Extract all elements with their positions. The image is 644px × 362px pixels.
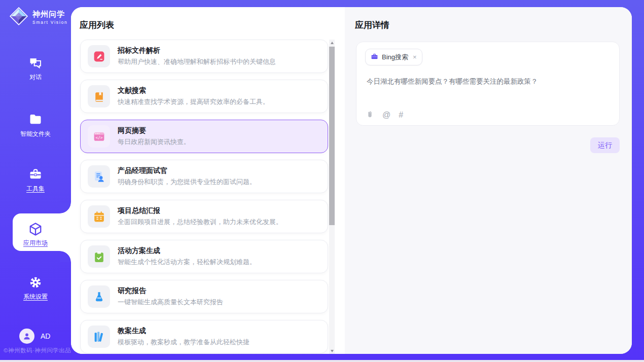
app-card-title: 研究报告: [118, 286, 223, 296]
composer-card: Bing搜索 × 今日湖北有哪些新闻要点？有哪些需要关注的最新政策？ @#: [356, 42, 620, 126]
app-card-desc: 快速精准查找学术资源，提高研究效率的必备工具。: [118, 97, 269, 106]
sidebar-item-smart-folder[interactable]: 智能文件夹: [0, 113, 71, 138]
sidebar-item-chat[interactable]: 对话: [0, 56, 71, 82]
app-card-title: 项目总结汇报: [118, 206, 282, 215]
interviewer-icon: [88, 165, 110, 188]
tool-tag-label: Bing搜索: [382, 53, 408, 62]
gear-icon: [0, 275, 71, 291]
app-card[interactable]: 项目总结汇报全面回顾项目进展，总结经验教训，助力未来优化发展。: [80, 200, 328, 233]
at-icon[interactable]: @: [382, 111, 390, 119]
app-card[interactable]: 产品经理面试官明确身份和职责，为您提供专业性的面试问题。: [80, 160, 328, 193]
app-card-title: 网页摘要: [118, 126, 190, 135]
toolbox-icon: [0, 167, 71, 183]
calendar-icon: [88, 205, 110, 228]
sidebar-item-label: 智能文件夹: [20, 130, 51, 138]
tool-tag[interactable]: Bing搜索 ×: [365, 49, 422, 65]
app-card[interactable]: 研究报告一键智能生成高质量长文本研究报告: [80, 280, 328, 313]
main-content: 应用列表 招标文件解析帮助用户快速、准确地理解和解析招标书中的关键信息文献搜索快…: [71, 7, 632, 354]
user-row[interactable]: AD: [0, 329, 71, 344]
app-detail-panel: 应用详情 Bing搜索 × 今日湖北有哪些新闻要点？有哪些需要关注的最新政策？ …: [345, 7, 632, 354]
app-card-title: 文献搜索: [118, 86, 269, 95]
briefcase-icon: [371, 53, 378, 62]
logo-gem-icon: [9, 7, 28, 28]
app-cards: 招标文件解析帮助用户快速、准确地理解和解析招标书中的关键信息文献搜索快速精准查找…: [80, 40, 328, 354]
app-card[interactable]: 招标文件解析帮助用户快速、准确地理解和解析招标书中的关键信息: [80, 40, 328, 73]
tag-close-icon[interactable]: ×: [413, 53, 417, 61]
app-card-title: 教案生成: [118, 327, 249, 336]
app-card-desc: 每日政府新闻资讯快查。: [118, 137, 190, 147]
app-card[interactable]: </>网页摘要每日政府新闻资讯快查。: [80, 120, 328, 153]
window-bottom-edge: [0, 360, 644, 362]
avatar: [19, 329, 34, 344]
cube-icon: [0, 222, 71, 237]
chat-icon: [0, 56, 71, 71]
sidebar-item-label: 应用市场: [23, 239, 48, 247]
run-button[interactable]: 运行: [590, 137, 620, 153]
scrollbar-thumb[interactable]: [329, 47, 335, 225]
app-card[interactable]: 活动方案生成智能生成个性化活动方案，轻松解决规划难题。: [80, 240, 328, 273]
app-card[interactable]: 教案生成模板驱动，教案秒成，教学准备从此轻松快捷: [80, 320, 328, 353]
app-list-scrollbar[interactable]: [329, 40, 335, 354]
app-card-title: 招标文件解析: [118, 46, 276, 55]
app-card-title: 活动方案生成: [118, 246, 256, 256]
pen-square-icon: [88, 45, 110, 67]
sidebar-item-label: 工具集: [26, 185, 45, 193]
browser-code-icon: </>: [88, 125, 110, 148]
user-initials: AD: [41, 332, 50, 340]
books-icon: [88, 325, 110, 348]
app-window: 神州问学 Smart Vision 对话智能文件夹工具集应用市场系统设置 AD …: [0, 0, 644, 362]
app-card-title: 产品经理面试官: [118, 166, 256, 175]
sidebar-item-label: 对话: [29, 73, 42, 82]
logo-title: 神州问学: [32, 10, 68, 19]
pill-bottom-curve: [60, 251, 71, 262]
clipboard-check-icon: [88, 245, 110, 268]
book-icon: [88, 85, 110, 107]
app-list-title: 应用列表: [80, 19, 114, 31]
app-card-desc: 模板驱动，教案秒成，教学准备从此轻松快捷: [118, 338, 249, 347]
paperclip-icon[interactable]: [366, 111, 374, 119]
sidebar-item-label: 系统设置: [23, 293, 48, 301]
app-detail-title: 应用详情: [355, 19, 389, 31]
folder-icon: [0, 113, 71, 128]
scroll-up-arrow-icon[interactable]: [329, 40, 335, 46]
app-card-desc: 一键智能生成高质量长文本研究报告: [118, 298, 223, 307]
pill-top-curve: [60, 202, 71, 213]
sidebar-item-settings[interactable]: 系统设置: [0, 275, 71, 301]
logo-subtitle: Smart Vision: [32, 20, 68, 25]
app-list-panel: 应用列表 招标文件解析帮助用户快速、准确地理解和解析招标书中的关键信息文献搜索快…: [71, 7, 345, 354]
logo: 神州问学 Smart Vision: [9, 7, 68, 28]
copyright: ©神州数码·神州问学出品: [4, 347, 71, 354]
composer-toolbar: @#: [366, 111, 403, 119]
scroll-down-arrow-icon[interactable]: [329, 348, 335, 354]
query-text[interactable]: 今日湖北有哪些新闻要点？有哪些需要关注的最新政策？: [367, 77, 609, 86]
sidebar-item-app-market[interactable]: 应用市场: [0, 222, 71, 247]
app-card-desc: 帮助用户快速、准确地理解和解析招标书中的关键信息: [118, 57, 276, 66]
research-icon: [88, 285, 110, 308]
app-card-desc: 明确身份和职责，为您提供专业性的面试问题。: [118, 177, 256, 187]
hash-icon[interactable]: #: [399, 111, 403, 119]
sidebar-item-toolset[interactable]: 工具集: [0, 167, 71, 193]
app-card[interactable]: 文献搜索快速精准查找学术资源，提高研究效率的必备工具。: [80, 80, 328, 113]
app-card-desc: 全面回顾项目进展，总结经验教训，助力未来优化发展。: [118, 218, 282, 227]
sidebar: 神州问学 Smart Vision 对话智能文件夹工具集应用市场系统设置 AD …: [0, 0, 71, 362]
svg-text:</>: </>: [95, 135, 102, 140]
app-card-desc: 智能生成个性化活动方案，轻松解决规划难题。: [118, 258, 256, 267]
